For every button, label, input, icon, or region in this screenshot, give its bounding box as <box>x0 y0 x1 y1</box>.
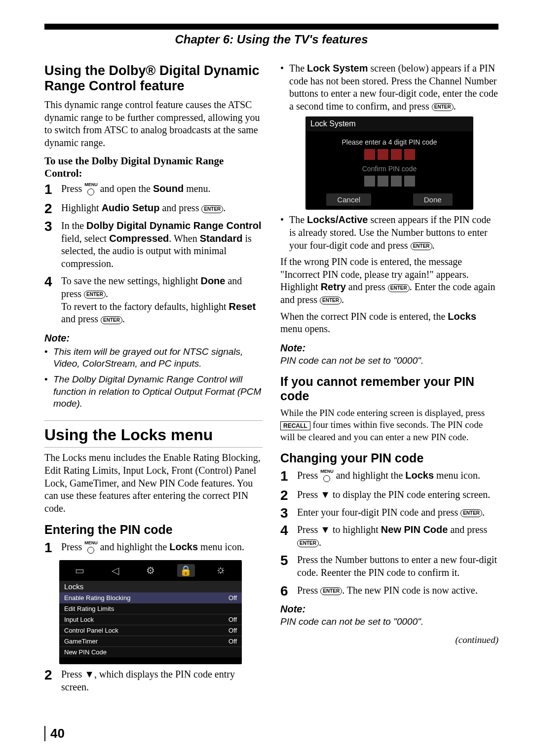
locks-row: New PIN Code <box>59 646 242 657</box>
done-label: Done <box>200 275 225 286</box>
lock-system-label: Lock System <box>307 63 368 74</box>
menu-key-icon: MENU <box>84 541 98 555</box>
text: and press <box>346 281 388 292</box>
enter-step-1: Press MENU and highlight the Locks menu … <box>44 541 263 555</box>
locks-menu-screenshot: ▭ ◁ ⚙ 🔒 ⛭ Locks Enable Rating BlockingOf… <box>59 560 242 664</box>
text: The <box>289 214 307 225</box>
change-step-1: Press MENU and highlight the Locks menu … <box>280 469 498 484</box>
new-pin-label: New PIN Code <box>381 524 448 535</box>
row-val: Off <box>228 627 237 634</box>
text: . The new PIN code is now active. <box>342 585 478 596</box>
change-step-5: Press the Number buttons to enter a new … <box>280 554 498 579</box>
text: When the correct PIN code is entered, th… <box>280 311 448 322</box>
heading-dolby: Using the Dolby® Digital Dynamic Range C… <box>44 63 263 94</box>
locks-row: Enable Rating BlockingOff <box>59 592 242 603</box>
text: menu icon. <box>198 541 244 552</box>
enter-key-icon: ENTER <box>388 284 410 292</box>
locks-row: Edit Rating Limits <box>59 603 242 614</box>
text: and open the <box>98 184 153 194</box>
row-label: Input Lock <box>64 616 94 623</box>
pin-screen-bullets-2: The Locks/Active screen appears if the P… <box>280 214 498 252</box>
row-label: Edit Rating Limits <box>64 605 114 612</box>
standard-label: Standard <box>200 233 243 244</box>
enter-key-icon: ENTER <box>201 205 223 213</box>
continued-label: (continued) <box>280 635 498 645</box>
heading-locks-menu: Using the Locks menu <box>44 420 263 448</box>
right-column: The Lock System screen (below) appears i… <box>280 60 498 699</box>
wrong-pin-text: If the wrong PIN code is entered, the me… <box>280 256 498 306</box>
enter-key-icon: ENTER <box>320 297 342 304</box>
locks-menu-title: Locks <box>59 581 242 592</box>
row-val: Off <box>228 616 237 623</box>
locks-label: Locks <box>448 311 476 322</box>
menu-key-icon: MENU <box>320 469 334 484</box>
text: While the PIN code entering screen is di… <box>280 408 485 418</box>
done-button: Done <box>413 193 453 206</box>
text: Enter your four-digit PIN code and press <box>297 507 460 518</box>
dolby-step-4: To save the new settings, highlight Done… <box>44 275 263 325</box>
confirm-boxes <box>305 176 473 187</box>
menu-key-icon: MENU <box>84 183 98 197</box>
note-pin: PIN code can not be set to "0000". <box>280 355 498 367</box>
header-bar <box>44 24 498 30</box>
heading-change-pin: Changing your PIN code <box>280 451 498 465</box>
bullet-locks-active: The Locks/Active screen appears if the P… <box>280 214 498 252</box>
sound-icon: ◁ <box>106 564 124 577</box>
audio-setup-label: Audio Setup <box>102 202 160 213</box>
lock-system-screenshot: Lock System Please enter a 4 digit PIN c… <box>305 116 473 210</box>
heading-entering-pin: Entering the PIN code <box>44 523 263 537</box>
text: four times within five seconds. The PIN … <box>280 419 483 442</box>
row-val: Off <box>228 594 237 602</box>
locks-row: Control Panel LockOff <box>59 625 242 636</box>
text: To revert to the factory defaults, highl… <box>61 301 229 312</box>
locks-row: GameTimerOff <box>59 636 242 646</box>
dolby-step-2: Highlight Audio Setup and press ENTER. <box>44 202 263 215</box>
enter-key-icon: ENTER <box>297 539 319 547</box>
forgot-text: While the PIN code entering screen is di… <box>280 407 498 443</box>
change-step-3: Enter your four-digit PIN code and press… <box>280 506 498 519</box>
text: The <box>289 63 307 74</box>
text: Press <box>297 585 320 596</box>
change-step-6: Press ENTER. The new PIN code is now act… <box>280 584 498 597</box>
text: menu opens. <box>280 323 330 334</box>
change-steps: Press MENU and highlight the Locks menu … <box>280 469 498 597</box>
change-step-2: Press ▼ to display the PIN code entering… <box>280 489 498 501</box>
row-label: New PIN Code <box>64 648 107 656</box>
text: Press <box>61 541 84 552</box>
settings-icon: ⛭ <box>212 564 230 577</box>
entering-steps-cont: Press ▼, which displays the PIN code ent… <box>44 668 263 693</box>
note-item: The Dolby Digital Dynamic Range Control … <box>44 374 263 410</box>
note-label: Note: <box>280 342 498 354</box>
cancel-button: Cancel <box>326 193 371 206</box>
setup-icon: ⚙ <box>142 564 159 577</box>
text: In the <box>61 220 86 231</box>
locks-row: Input LockOff <box>59 614 242 625</box>
entering-steps: Press MENU and highlight the Locks menu … <box>44 541 263 555</box>
recall-key-icon: RECALL <box>280 421 310 430</box>
text: Press ▼ to highlight <box>297 524 381 535</box>
chapter-header: Chapter 6: Using the TV's features <box>44 33 498 46</box>
note-item: This item will be grayed out for NTSC si… <box>44 346 263 370</box>
text: field, select <box>61 233 109 244</box>
note-label: Note: <box>280 604 498 615</box>
pin-boxes <box>305 149 473 160</box>
enter-key-icon: ENTER <box>320 587 342 595</box>
dolby-steps: Press MENU and open the Sound menu. High… <box>44 183 263 325</box>
row-label: GameTimer <box>64 638 98 645</box>
enter-key-icon: ENTER <box>84 291 106 299</box>
bullet-lock-system: The Lock System screen (below) appears i… <box>280 62 498 113</box>
locks-active-label: Locks/Active <box>307 214 368 225</box>
locks-intro: The Locks menu includes the Enable Ratin… <box>44 452 263 515</box>
row-val: Off <box>228 638 237 645</box>
text: Highlight <box>61 202 102 213</box>
confirm-label: Confirm PIN code <box>305 165 473 173</box>
locks-label: Locks <box>405 470 434 481</box>
heading-forgot-pin: If you cannot remember your PIN code <box>280 375 498 403</box>
dolby-touse: To use the Dolby Digital Dynamic Range C… <box>44 155 263 180</box>
text: and press <box>159 202 201 213</box>
enter-key-icon: ENTER <box>460 509 482 517</box>
correct-pin-text: When the correct PIN code is entered, th… <box>280 310 498 336</box>
row-label: Enable Rating Blocking <box>64 594 130 602</box>
lock-system-title: Lock System <box>305 116 473 131</box>
sound-label: Sound <box>153 184 184 194</box>
